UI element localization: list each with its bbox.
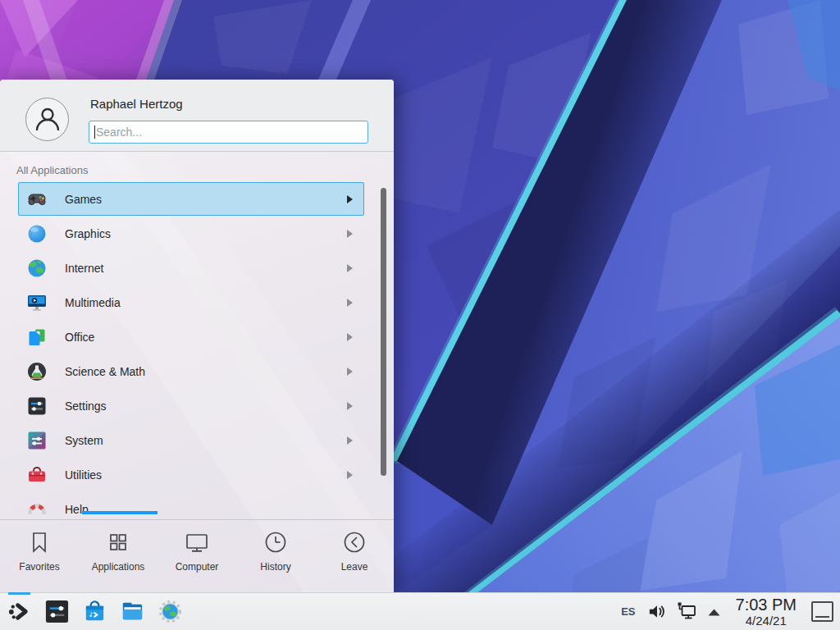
application-category-list: Games Graphics xyxy=(0,182,394,514)
submenu-arrow-icon xyxy=(347,299,353,307)
list-scrollbar[interactable] xyxy=(381,188,386,476)
system-tray: ES xyxy=(621,596,833,627)
help-lifebuoy-icon xyxy=(26,499,48,514)
clock-date: 4/24/21 xyxy=(736,614,797,627)
tab-applications[interactable]: Applications xyxy=(79,520,158,592)
active-tab-indicator xyxy=(82,511,158,514)
settings-sliders-icon xyxy=(26,395,48,417)
system-settings-task-button[interactable] xyxy=(44,599,70,624)
person-icon xyxy=(31,103,64,136)
tab-history[interactable]: History xyxy=(236,520,315,592)
dolphin-folder-icon xyxy=(120,599,145,624)
system-settings-icon xyxy=(44,599,70,624)
menu-item-settings[interactable]: Settings xyxy=(0,389,394,423)
menu-item-games[interactable]: Games xyxy=(0,182,394,217)
menu-item-internet[interactable]: Internet xyxy=(0,251,394,285)
bookmark-icon xyxy=(26,529,52,555)
submenu-arrow-icon xyxy=(347,368,353,376)
menu-item-science-math[interactable]: Science & Math xyxy=(0,354,394,389)
wired-network-icon[interactable] xyxy=(676,601,697,623)
launcher-active-indicator xyxy=(8,592,30,595)
launcher-header: Raphael Hertzog Search... xyxy=(0,80,394,152)
system-sliders-icon xyxy=(26,430,48,451)
tab-favorites[interactable]: Favorites xyxy=(0,520,79,592)
application-launcher-menu: Raphael Hertzog Search... All Applicatio… xyxy=(0,80,394,592)
search-input[interactable]: Search... xyxy=(89,121,368,144)
utilities-toolbox-icon xyxy=(26,464,48,486)
discover-icon xyxy=(82,599,107,624)
kde-launcher-button[interactable] xyxy=(7,599,32,624)
text-caret xyxy=(94,126,95,139)
volume-icon[interactable] xyxy=(647,602,666,621)
expand-tray-arrow-icon[interactable] xyxy=(707,607,721,617)
submenu-arrow-icon xyxy=(347,195,353,203)
menu-item-utilities[interactable]: Utilities xyxy=(0,458,394,492)
menu-item-system[interactable]: System xyxy=(0,423,394,458)
science-flask-icon xyxy=(26,361,48,382)
leave-back-circle-icon xyxy=(341,529,368,555)
user-avatar[interactable] xyxy=(25,98,69,141)
app-grid-icon xyxy=(105,529,131,555)
tab-computer[interactable]: Computer xyxy=(158,520,236,592)
submenu-arrow-icon xyxy=(347,471,353,479)
submenu-arrow-icon xyxy=(347,436,353,445)
web-browser-task-button[interactable] xyxy=(158,599,183,624)
tab-leave[interactable]: Leave xyxy=(315,520,394,592)
submenu-arrow-icon xyxy=(347,230,353,238)
submenu-arrow-icon xyxy=(347,264,353,272)
submenu-arrow-icon xyxy=(347,333,353,341)
globe-icon xyxy=(26,258,48,279)
multimedia-monitor-icon xyxy=(26,292,48,313)
discover-task-button[interactable] xyxy=(82,599,107,624)
menu-item-graphics[interactable]: Graphics xyxy=(0,217,394,251)
desktop: Raphael Hertzog Search... All Applicatio… xyxy=(0,0,840,630)
taskbar-panel: ES xyxy=(0,592,840,630)
gamepad-icon xyxy=(26,189,48,210)
section-label: All Applications xyxy=(16,164,88,176)
submenu-arrow-icon xyxy=(347,402,353,410)
office-documents-icon xyxy=(26,326,48,348)
menu-item-office[interactable]: Office xyxy=(0,320,394,354)
user-name: Raphael Hertzog xyxy=(90,97,183,111)
digital-clock[interactable]: 7:03 PM 4/24/21 xyxy=(736,596,797,627)
menu-item-multimedia[interactable]: Multimedia xyxy=(0,285,394,320)
computer-monitor-icon xyxy=(184,529,210,555)
history-clock-icon xyxy=(262,529,289,555)
file-manager-task-button[interactable] xyxy=(120,599,145,624)
graphics-sphere-icon xyxy=(26,223,48,244)
menu-item-help[interactable]: Help xyxy=(0,492,394,514)
show-desktop-button[interactable] xyxy=(811,601,833,622)
launcher-tabbar: Favorites Applications Computer xyxy=(0,520,394,592)
browser-globe-gear-icon xyxy=(158,599,183,624)
keyboard-layout-indicator[interactable]: ES xyxy=(621,605,635,618)
search-placeholder: Search... xyxy=(96,126,142,139)
clock-time: 7:03 PM xyxy=(736,596,797,613)
kde-launcher-icon xyxy=(7,599,32,624)
